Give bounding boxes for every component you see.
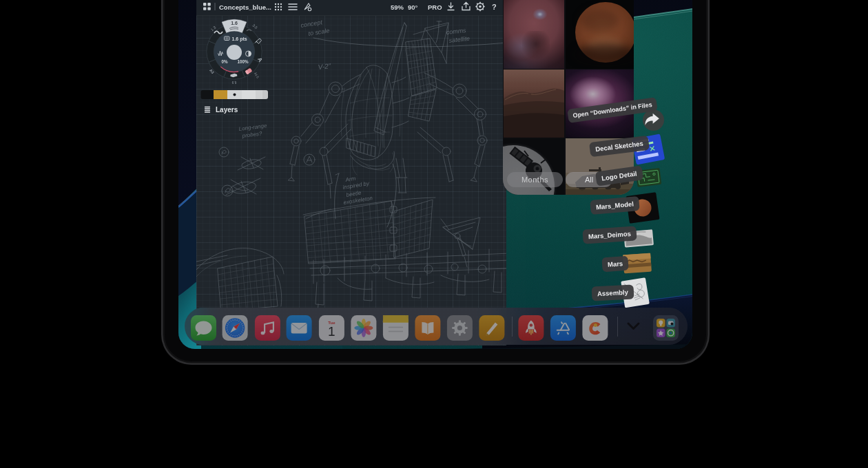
svg-text:probes?: probes? <box>241 130 262 139</box>
svg-text:Concepts_blue...: Concepts_blue... <box>219 3 271 11</box>
svg-text:Long-range: Long-range <box>238 123 267 132</box>
svg-text:V-2”: V-2” <box>318 62 331 71</box>
svg-text:90°: 90° <box>408 3 418 11</box>
svg-text:59%: 59% <box>391 3 404 11</box>
svg-text:comms: comms <box>446 27 466 36</box>
svg-text:concept: concept <box>300 19 323 29</box>
svg-text:PRO: PRO <box>428 3 442 11</box>
svg-text:?: ? <box>492 3 497 11</box>
svg-text:to scale: to scale <box>308 27 330 37</box>
svg-text:satellite: satellite <box>448 35 470 44</box>
